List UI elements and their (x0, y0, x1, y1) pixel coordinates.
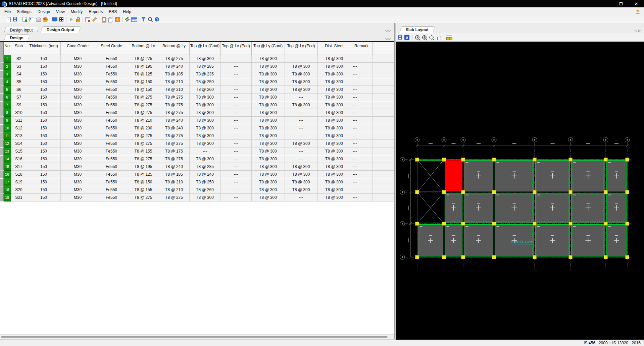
column-marker[interactable] (569, 222, 573, 226)
column-marker[interactable] (492, 158, 496, 162)
table-row[interactable]: 12S14150M30Fe550T8 @ 275T8 @ 275T8 @ 300… (0, 139, 394, 147)
column-header[interactable]: Top @ Lx (End) (220, 42, 251, 55)
table-row[interactable]: 8S10150M30Fe550T8 @ 275T8 @ 275T8 @ 300-… (0, 109, 394, 116)
user-account-icon[interactable] (635, 9, 641, 15)
zoom-search-icon[interactable] (147, 16, 153, 22)
display-settings-icon[interactable] (52, 16, 58, 22)
scroll-tabs-left-button[interactable]: ◁ (385, 29, 387, 32)
row-selector[interactable] (0, 55, 3, 62)
table-row[interactable]: 10S12150M30Fe550T8 @ 230T8 @ 240T8 @ 300… (0, 124, 394, 132)
export-settings-icon[interactable] (22, 16, 28, 22)
row-selector[interactable] (0, 78, 3, 85)
column-marker[interactable] (492, 255, 496, 259)
highlighted-slab-panel[interactable] (445, 161, 462, 191)
column-marker[interactable] (533, 222, 537, 226)
column-header[interactable]: Thickness (mm) (27, 42, 60, 55)
menu-help[interactable]: Help (120, 8, 134, 15)
design-summary-icon[interactable] (85, 16, 91, 22)
metafile-mu-icon[interactable] (404, 35, 410, 41)
column-marker[interactable] (604, 222, 608, 226)
row-selector[interactable] (0, 163, 3, 170)
row-selector[interactable] (0, 116, 3, 124)
zoom-extents-icon[interactable] (422, 35, 428, 41)
color-palette-icon[interactable] (42, 16, 48, 22)
row-selector[interactable] (0, 132, 3, 139)
table-row[interactable]: 14S16150M30Fe550T8 @ 275T8 @ 275T8 @ 300… (0, 155, 394, 163)
column-header[interactable]: Steel Grade (95, 42, 128, 55)
minimize-button[interactable] (598, 0, 613, 7)
close-button[interactable]: ✕ (629, 0, 644, 7)
tab-design-output[interactable]: Design Output (41, 26, 81, 33)
column-header[interactable]: Top @ Ly (Cont) (251, 42, 285, 55)
column-marker[interactable] (442, 190, 446, 194)
table-row[interactable]: 5S6150M30Fe550T8 @ 150T8 @ 210T8 @ 260--… (0, 85, 394, 93)
scroll-subtabs-right-button[interactable]: ▷ (389, 37, 391, 40)
column-marker[interactable] (492, 222, 496, 226)
slab-layout-canvas[interactable]: PLAN AT +0 M (396, 42, 644, 339)
table-row[interactable]: 15S17150M30Fe550T8 @ 195T8 @ 240T8 @ 285… (0, 163, 394, 170)
column-marker[interactable] (415, 222, 419, 226)
column-header[interactable]: Top @ Ly (End) (285, 42, 317, 55)
column-header[interactable]: Conc Grade (60, 42, 95, 55)
save-drawing-icon[interactable] (397, 35, 403, 41)
table-row[interactable]: 3S4150M30Fe550T8 @ 125T8 @ 185T8 @ 235--… (0, 70, 394, 78)
table-row[interactable]: 4S5150M30Fe550T8 @ 150T8 @ 210T8 @ 250--… (0, 78, 394, 85)
column-marker[interactable] (569, 255, 573, 259)
column-marker[interactable] (442, 158, 446, 162)
column-marker[interactable] (604, 255, 608, 259)
column-marker[interactable] (569, 158, 573, 162)
column-header[interactable]: Remark (351, 42, 372, 55)
table-row[interactable]: 16S18150M30Fe550T8 @ 125T8 @ 185T8 @ 240… (0, 170, 394, 178)
table-row[interactable]: 18S20150M30Fe550T8 @ 155T8 @ 210T8 @ 260… (0, 186, 394, 193)
column-marker[interactable] (604, 158, 608, 162)
menu-reports[interactable]: Reports (86, 8, 106, 15)
menu-view[interactable]: View (53, 8, 68, 15)
column-marker[interactable] (415, 158, 419, 162)
row-selector[interactable] (0, 109, 3, 116)
zoom-dynamic-icon[interactable] (429, 35, 435, 41)
table-row[interactable]: 2S3150M30Fe550T8 @ 195T8 @ 240T8 @ 285--… (0, 62, 394, 70)
menu-file[interactable]: File (1, 8, 14, 15)
column-marker[interactable] (533, 190, 537, 194)
row-selector[interactable] (0, 186, 3, 193)
copy-report-icon[interactable] (108, 16, 114, 22)
pan-hand-icon[interactable] (436, 35, 442, 41)
table-row[interactable]: 7S9150M30Fe550T8 @ 275T8 @ 275T8 @ 300--… (0, 101, 394, 109)
row-selector[interactable] (0, 70, 3, 78)
zoom-window-icon[interactable] (414, 35, 420, 41)
column-marker[interactable] (533, 255, 537, 259)
column-marker[interactable] (415, 190, 419, 194)
column-header[interactable]: Slab (11, 42, 27, 55)
column-marker[interactable] (492, 190, 496, 194)
report-clipboard-icon[interactable] (101, 16, 107, 22)
new-document-icon[interactable] (5, 16, 11, 22)
column-marker[interactable] (569, 190, 573, 194)
table-row[interactable]: 13S15150M30Fe550T8 @ 155T8 @ 175------T8… (0, 147, 394, 155)
column-marker[interactable] (626, 222, 629, 226)
column-marker[interactable] (461, 222, 465, 226)
row-selector[interactable] (0, 155, 3, 163)
calculator-icon[interactable] (114, 16, 120, 22)
column-header[interactable]: Bottom @ Ly (159, 42, 189, 55)
table-row[interactable]: 11S13150M30Fe550T8 @ 275T8 @ 275T8 @ 300… (0, 132, 394, 139)
row-selector[interactable] (0, 193, 3, 201)
column-header[interactable]: Bottom @ Lx (128, 42, 159, 55)
scroll-subtabs-left-button[interactable]: ◁ (385, 37, 387, 40)
drawing-tools-icon[interactable] (124, 16, 130, 22)
tab-design-input[interactable]: Design Input (4, 27, 39, 33)
column-marker[interactable] (415, 255, 419, 259)
edit-pencil-icon[interactable] (91, 16, 97, 22)
lock-icon[interactable] (75, 16, 81, 22)
column-marker[interactable] (461, 190, 465, 194)
table-row[interactable]: 1S2150M30Fe550T8 @ 275T8 @ 275T8 @ 300--… (0, 55, 394, 62)
measure-ruler-icon[interactable] (446, 35, 452, 41)
scroll-tabs-right-button[interactable]: ▷ (389, 29, 391, 32)
subtab-design[interactable]: Design (4, 35, 30, 41)
column-header[interactable]: No (3, 42, 11, 55)
menu-settings[interactable]: Settings (14, 8, 34, 15)
scrollbar-thumb[interactable] (1, 336, 388, 338)
row-selector[interactable] (0, 124, 3, 132)
row-selector[interactable] (0, 178, 3, 186)
menu-design[interactable]: Design (35, 8, 53, 15)
design-options-icon[interactable] (29, 16, 35, 22)
